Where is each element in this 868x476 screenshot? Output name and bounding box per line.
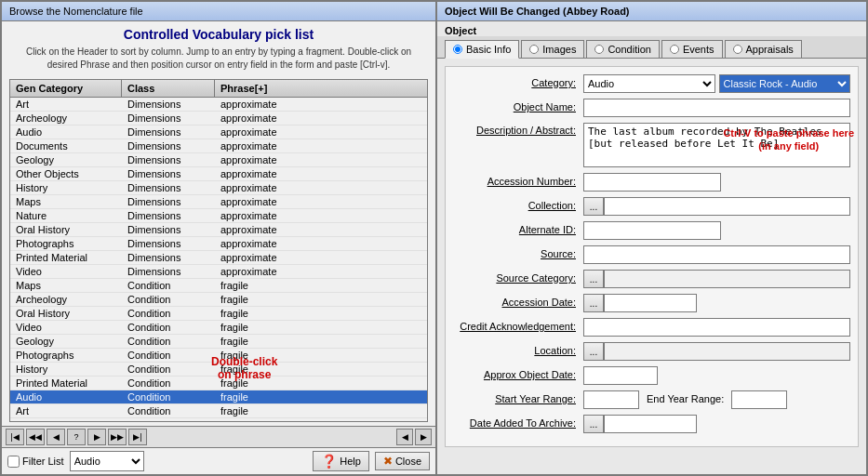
- date-added-btn[interactable]: ...: [583, 415, 604, 433]
- tab-appraisals[interactable]: Appraisals: [725, 40, 802, 58]
- table-row[interactable]: Maps Dimensions approximate: [10, 195, 427, 209]
- tab-events-radio[interactable]: [670, 45, 679, 54]
- table-cell-class: Dimensions: [122, 251, 215, 264]
- tab-condition-radio[interactable]: [594, 45, 604, 54]
- table-row[interactable]: Maps Condition fragile: [10, 279, 427, 293]
- end-year-label: End Year Range:: [639, 390, 731, 407]
- table-body[interactable]: Art Dimensions approximate Archeology Di…: [10, 98, 427, 421]
- credit-input[interactable]: [583, 318, 850, 337]
- nav-prev-btn[interactable]: ◀◀: [26, 429, 45, 445]
- table-row[interactable]: Photographs Condition fragile: [10, 349, 427, 363]
- source-cat-browse-btn[interactable]: ...: [583, 270, 604, 288]
- accession-date-label[interactable]: Accession Date:: [453, 294, 583, 308]
- table-row[interactable]: History Condition fragile: [10, 363, 427, 377]
- category-label[interactable]: Category:: [453, 74, 583, 88]
- tab-basic-info-label: Basic Info: [466, 44, 511, 55]
- table-row[interactable]: Archeology Condition fragile: [10, 293, 427, 307]
- date-added-label[interactable]: Date Added To Archive:: [453, 415, 583, 429]
- close-label: Close: [395, 456, 421, 467]
- accession-date-input[interactable]: 4/14/2009: [604, 294, 697, 312]
- table-cell-phrase: approximate: [215, 181, 427, 194]
- nav-help-btn[interactable]: ?: [67, 429, 86, 445]
- table-row[interactable]: Other Objects Dimensions approximate: [10, 167, 427, 181]
- table-cell-class: Condition: [122, 363, 215, 376]
- col-gen-category[interactable]: Gen Category: [10, 80, 122, 97]
- table-header[interactable]: Gen Category Class Phrase[+]: [10, 80, 427, 98]
- table-row[interactable]: Art Dimensions approximate: [10, 98, 427, 112]
- source-cat-input[interactable]: Purchase: [604, 270, 850, 288]
- accession-label[interactable]: Accession Number:: [453, 173, 583, 187]
- filter-checkbox[interactable]: [7, 456, 20, 468]
- nav-back-btn[interactable]: ◀: [47, 429, 65, 445]
- end-year-input[interactable]: 1969: [731, 390, 787, 409]
- date-added-input[interactable]: 4/14/2009: [604, 415, 697, 433]
- location-browse-btn[interactable]: ...: [583, 342, 604, 361]
- table-row[interactable]: Nature Dimensions approximate: [10, 209, 427, 223]
- tab-appraisals-radio[interactable]: [733, 45, 742, 54]
- collection-label[interactable]: Collection:: [453, 197, 583, 211]
- table-cell-gen: Printed Material: [10, 251, 122, 264]
- start-year-input[interactable]: 1969: [583, 390, 639, 409]
- tab-basic-info-radio[interactable]: [453, 45, 462, 54]
- tab-images-radio[interactable]: [529, 45, 539, 54]
- category-dropdown[interactable]: Audio: [583, 74, 715, 93]
- col-class[interactable]: Class: [122, 80, 215, 97]
- filter-dropdown[interactable]: Audio: [70, 451, 144, 471]
- approx-date-input[interactable]: 9/26/69: [583, 366, 658, 385]
- source-label[interactable]: Source:: [453, 245, 583, 259]
- table-row[interactable]: Printed Material Condition fragile: [10, 377, 427, 390]
- table-cell-gen: Nature: [10, 209, 122, 222]
- table-row[interactable]: Archeology Dimensions approximate: [10, 112, 427, 126]
- date-added-row: Date Added To Archive: ... 4/14/2009: [453, 415, 850, 435]
- table-row[interactable]: Audio Condition fragile: [10, 390, 427, 404]
- location-input[interactable]: Location 3: [604, 342, 850, 361]
- description-label[interactable]: Description / Abstract:: [453, 123, 583, 136]
- table-row[interactable]: Printed Material Dimensions approximate: [10, 251, 427, 265]
- object-name-input[interactable]: Abbey Road: [583, 99, 850, 117]
- table-row[interactable]: Oral History Condition fragile: [10, 307, 427, 321]
- accession-date-btn[interactable]: ...: [583, 294, 604, 312]
- table-row[interactable]: Documents Dimensions approximate: [10, 139, 427, 153]
- table-row[interactable]: Audio Dimensions approximate: [10, 126, 427, 139]
- nav-scroll-left[interactable]: ◀: [396, 429, 413, 445]
- table-row[interactable]: Oral History Dimensions approximate: [10, 223, 427, 237]
- category2-dropdown[interactable]: Classic Rock - Audio: [719, 74, 851, 93]
- location-label[interactable]: Location:: [453, 342, 583, 356]
- tab-basic-info[interactable]: Basic Info: [445, 40, 519, 59]
- nav-fwd-btn[interactable]: ▶▶: [108, 429, 127, 445]
- collection-browse-btn[interactable]: ...: [583, 197, 604, 216]
- table-row[interactable]: Geology Dimensions approximate: [10, 153, 427, 167]
- alternate-id-input[interactable]: [583, 221, 721, 240]
- table-cell-gen: Audio: [10, 390, 122, 403]
- alternate-id-row: Alternate ID:: [453, 221, 850, 242]
- alternate-id-label[interactable]: Alternate ID:: [453, 221, 583, 235]
- tab-events[interactable]: Events: [661, 40, 723, 58]
- tab-condition[interactable]: Condition: [586, 40, 659, 58]
- table-row[interactable]: History Dimensions approximate: [10, 181, 427, 195]
- source-input[interactable]: ebay: [583, 245, 850, 264]
- collection-input[interactable]: General Collection: [604, 197, 850, 216]
- table-row[interactable]: Art Condition fragile: [10, 404, 427, 418]
- table-row[interactable]: Video Dimensions approximate: [10, 265, 427, 279]
- source-cat-label[interactable]: Source Category:: [453, 270, 583, 284]
- table-cell-phrase: approximate: [215, 209, 427, 222]
- nav-first-btn[interactable]: |◀: [6, 429, 24, 445]
- nav-scroll-right[interactable]: ▶: [415, 429, 432, 445]
- object-name-label[interactable]: Object Name:: [453, 99, 583, 112]
- help-button[interactable]: ❓ Help: [313, 451, 369, 471]
- table-row[interactable]: Geology Condition fragile: [10, 335, 427, 349]
- col-phrase[interactable]: Phrase[+]: [215, 80, 427, 97]
- accession-input[interactable]: 2009.6: [583, 173, 721, 192]
- nav-next-btn[interactable]: ▶: [87, 429, 106, 445]
- filter-check-label[interactable]: Filter List: [7, 456, 64, 468]
- nav-last-btn[interactable]: ▶|: [128, 429, 147, 445]
- table-row[interactable]: Photographs Dimensions approximate: [10, 237, 427, 251]
- tab-images[interactable]: Images: [521, 40, 584, 58]
- approx-date-label[interactable]: Approx Object Date:: [453, 366, 583, 380]
- object-section-label: Object: [437, 21, 866, 36]
- credit-label[interactable]: Credit Acknowledgement:: [453, 318, 583, 332]
- start-year-label[interactable]: Start Year Range:: [453, 390, 583, 404]
- description-input[interactable]: [583, 123, 850, 167]
- close-button[interactable]: ✖ Close: [375, 452, 430, 470]
- table-row[interactable]: Video Condition fragile: [10, 321, 427, 335]
